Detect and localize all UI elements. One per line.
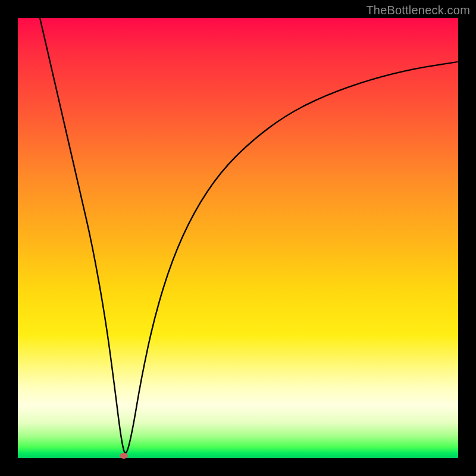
chart-frame: TheBottleneck.com: [0, 0, 476, 476]
bottleneck-curve: [18, 18, 458, 458]
watermark-text: TheBottleneck.com: [366, 4, 470, 17]
plot-area: [18, 18, 458, 458]
optimal-point-marker: [120, 453, 128, 459]
